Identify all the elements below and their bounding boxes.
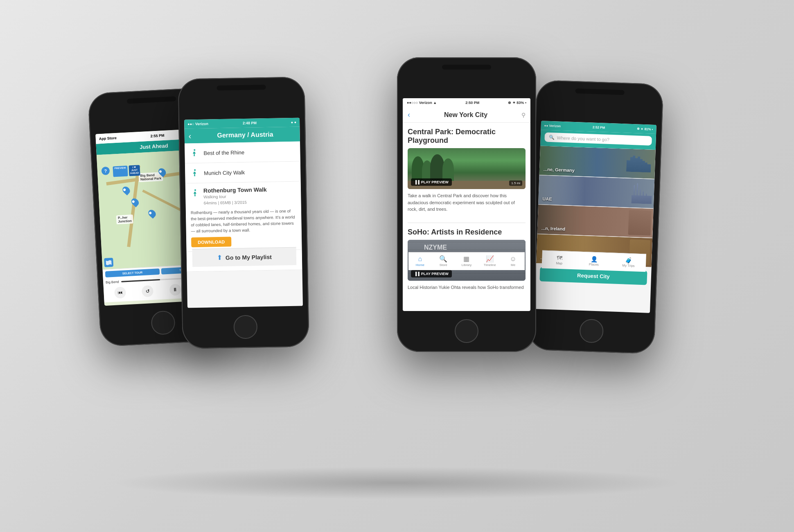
germany-header: ‹ Germany / Austria [184,127,300,144]
tab-store[interactable]: 🔍 Store [432,256,455,267]
nyc-back-btn[interactable]: ‹ [408,110,410,119]
battery-4: ⊛ ✦ 81% ▪ [637,127,653,131]
play-preview-soho[interactable]: ▐▐ PLAY PREVIEW [411,270,452,277]
phones-wrapper: App Store 2:55 PM 100% Just Ahead Big Be… [70,41,724,491]
nyc-statusbar: ●●○○○ Verizon ▲ 2:50 PM ⊛ ✦ 83% ▪ [403,98,530,107]
time-1: 2:55 PM [150,133,164,138]
list-item-munich[interactable]: Munich City Walk [185,162,301,184]
walk-svg-3 [191,189,199,197]
central-park-desc: Take a walk in Central Park and discover… [408,192,526,213]
preview-btn[interactable]: PREVIEW [113,166,128,177]
tab-timeline[interactable]: 📈 Timeline [478,256,501,267]
tab-me-label: Me [511,263,515,267]
central-park-title: Central Park: Democratic Playground [408,128,526,145]
walk-icon-3 [190,188,200,198]
svg-point-2 [194,149,195,151]
home-button-3[interactable] [455,319,478,343]
list-item-rothenburg[interactable]: Rothenburg Town Walk Walking tour 64mins… [185,182,302,252]
central-park-image[interactable]: ▐▐ PLAY PREVIEW 1.5 mi [408,148,526,189]
ireland-label: ...n, Ireland [541,225,565,231]
central-park-section: Central Park: Democratic Playground ▐▐ P… [403,123,530,223]
place-card-ireland[interactable]: ...n, Ireland [537,205,653,238]
screen-4: ●● Verizon 2:52 PM ⊛ ✦ 81% ▪ 🔍 Where do … [535,121,656,313]
timeline-tab-icon: 📈 [486,256,494,262]
home-button-2[interactable] [233,315,257,339]
tab-mytrips-label: My Trips [622,264,635,268]
tab-home-label: Home [416,263,424,267]
tab-map[interactable]: 🗺 Map [542,255,577,266]
tree-4 [442,158,454,181]
library-tab-icon: ▦ [463,256,469,262]
tab-timeline-label: Timeline [484,263,496,267]
home-button-4[interactable] [579,319,604,343]
screen-3: ●●○○○ Verizon ▲ 2:50 PM ⊛ ✦ 83% ▪ ‹ New … [403,98,530,311]
search-icon: 🔍 [548,135,554,140]
rothenburg-details: 64mins | 65MB | 3/2015 [203,200,267,205]
just-ahead-btn[interactable]: I ❤JUSTAHEAD [129,165,140,176]
nyc-header: ‹ New York City ⚲ [403,107,530,123]
place-card-germany[interactable]: ...ne, Germany [539,146,655,179]
play-preview-central[interactable]: ▐▐ PLAY PREVIEW [411,178,452,186]
walk-icon-1 [189,148,199,158]
map-svg-icon [106,259,112,266]
play-label-2: PLAY PREVIEW [421,272,449,276]
play-label-1: PLAY PREVIEW [421,180,449,184]
nyc-location-icon: ⚲ [521,112,526,118]
ireland-buildings [628,210,652,236]
places-list: ...ne, Germany UAE ...n, Ireland [536,146,656,268]
tab-me[interactable]: ☺ Me [501,256,525,267]
carrier-1: App Store [99,136,117,141]
phone-places: ●● Verizon 2:52 PM ⊛ ✦ 81% ▪ 🔍 Where do … [528,80,664,354]
soho-title: SoHo: Artists in Residence [408,228,526,237]
duration-badge: 1.5 mi [509,180,522,186]
battery-2: ● ● [291,120,297,124]
map-label-junction: P...herJunction [116,214,133,224]
download-button[interactable]: DOWNLOAD [191,237,231,248]
pause-btn[interactable]: ⏸ [169,284,181,295]
play-icon-1: ▐▐ [414,180,420,184]
select-tour-btn[interactable]: SELECT TOUR [105,268,160,277]
ireland-bg [537,205,653,238]
home-button-1[interactable] [151,310,176,335]
phone-germany: ●●○ Verizon 2:48 PM ● ● ‹ Germany / Aust… [178,77,309,349]
map-pin-4 [147,208,158,219]
item-name-rhine: Best of the Rhine [203,149,244,156]
tab-library-label: Library [462,263,471,267]
progress-fill [122,279,160,282]
current-location: Big Bend [106,280,119,284]
rothenburg-desc: Rothenburg — nearly a thousand years old… [191,208,297,234]
nyc-title: New York City [444,111,487,119]
list-item-rhine[interactable]: Best of the Rhine [185,142,300,164]
map-icon[interactable] [104,258,113,267]
place-card-uae[interactable]: UAE [538,175,654,209]
carrier-3: ●●○○○ Verizon ▲ [407,101,437,105]
map-tab-icon: 🗺 [557,255,562,261]
map-pin-3 [130,197,140,207]
tab-home[interactable]: ⌂ Home [408,256,432,267]
germany-bg [539,146,656,179]
uae-skyline [631,183,652,204]
rewind-btn[interactable]: ⏮ [114,286,126,298]
tab-library[interactable]: ▦ Library [455,256,478,267]
time-3: 2:50 PM [465,101,479,105]
search-input-area[interactable]: 🔍 Where do you want to go? [544,133,652,146]
play-icon-2: ▐▐ [414,272,420,276]
help-icon[interactable]: ? [101,167,110,175]
tab-mytrips[interactable]: 🧳 My Trips [611,257,646,268]
walk-icon-2 [190,168,200,178]
tab-places-label: Places [589,263,599,267]
tab-places[interactable]: 👤 Places [576,255,611,267]
places-tabbar: 🗺 Map 👤 Places 🧳 My Trips [542,250,646,272]
playlist-label: Go to My Playlist [226,253,272,261]
preview-area: PREVIEW I ❤JUSTAHEAD [113,165,140,177]
item-name-munich: Munich City Walk [204,169,245,176]
back-arrow-2[interactable]: ‹ [189,132,192,140]
nyc-tabbar: ⌂ Home 🔍 Store ▦ Library 📈 Timeline ☺ [408,252,525,270]
playlist-bar[interactable]: ⬆ Go to My Playlist [192,247,297,267]
mytrips-tab-icon: 🧳 [625,257,632,264]
search-placeholder: Where do you want to go? [557,135,610,142]
rothenburg-title-block: Rothenburg Town Walk Walking tour 64mins… [203,186,267,207]
carrier-4: ●● Verizon [544,124,561,128]
replay-btn[interactable]: ↺ [142,285,153,297]
time-2: 2:48 PM [243,121,257,125]
